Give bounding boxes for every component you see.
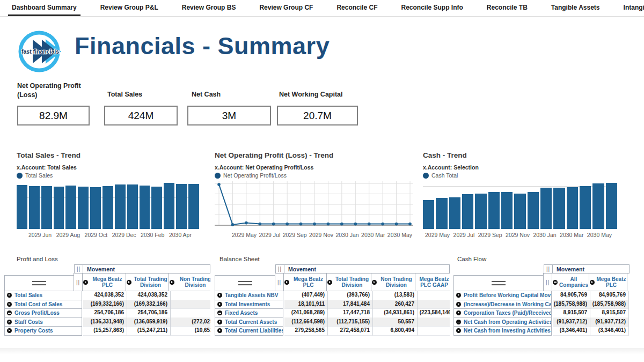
column-header-total-trading-division[interactable]: Total Trading Division xyxy=(126,273,169,291)
bar-2030-mar[interactable] xyxy=(553,188,565,229)
row-label-total-sales[interactable]: Total Sales xyxy=(14,292,42,298)
row-label-cell[interactable]: Net Cash from Operating Activities xyxy=(453,317,552,327)
bar-2029-dec[interactable] xyxy=(103,186,113,229)
bar-2029-oct[interactable] xyxy=(78,187,89,229)
tab-reconcile-tb[interactable]: Reconcile TB xyxy=(483,0,531,16)
row-label-net-cash-from-investing-activities[interactable]: Net Cash from Investing Activities xyxy=(464,328,551,334)
row-label-cell[interactable]: Staff Costs xyxy=(4,317,82,327)
row-label-total-cost-of-sales[interactable]: Total Cost of Sales xyxy=(14,301,62,307)
circle-arrow-icon[interactable] xyxy=(217,293,222,298)
circle-arrow-icon[interactable] xyxy=(456,328,461,333)
circle-arrow-icon[interactable] xyxy=(7,328,12,333)
point-2030-may[interactable] xyxy=(381,223,384,226)
bar-2029-jul[interactable] xyxy=(41,186,52,229)
point-2030-feb[interactable] xyxy=(340,223,343,226)
row-label-property-costs[interactable]: Property Costs xyxy=(14,328,53,334)
circle-arrow-icon[interactable] xyxy=(217,320,222,324)
column-drag-handle-icon[interactable]: || xyxy=(74,273,83,291)
column-group-movement[interactable]: Movement xyxy=(83,264,210,274)
circle-arrow-icon[interactable] xyxy=(7,293,12,298)
bar-2030-apr[interactable] xyxy=(567,187,578,229)
column-drag-handle-icon[interactable]: || xyxy=(275,264,284,274)
row-label-total-current-liabilities[interactable]: Total Current Liabilities xyxy=(225,328,283,334)
bar-2029-may[interactable] xyxy=(423,200,434,229)
bar-2029-jun[interactable] xyxy=(29,186,40,229)
row-label-total-current-assets[interactable]: Total Current Assets xyxy=(225,319,277,325)
column-drag-handle-icon[interactable]: || xyxy=(74,264,83,274)
bar-2029-oct[interactable] xyxy=(488,192,500,229)
bar-2030-may[interactable] xyxy=(580,186,591,229)
column-header-mega-beatz-plc[interactable]: Mega Beatz PLC xyxy=(283,273,327,291)
point-2029-sep[interactable] xyxy=(272,223,275,226)
row-header-menu[interactable] xyxy=(4,275,74,291)
row-label-net-cash-from-operating-activities[interactable]: Net Cash from Operating Activities xyxy=(464,319,552,325)
row-label-tangible-assets-nbv[interactable]: Tangible Assets NBV xyxy=(225,292,278,298)
tab-review-group-cf[interactable]: Review Group CF xyxy=(255,0,317,16)
bar-2029-jun[interactable] xyxy=(436,198,447,229)
bar-2030-jan[interactable] xyxy=(528,192,539,229)
row-label-cell[interactable]: Property Costs xyxy=(4,326,82,336)
tab-tangible-assets[interactable]: Tangible Assets xyxy=(547,0,604,16)
circle-minus-icon[interactable] xyxy=(456,320,461,324)
circle-minus-icon[interactable] xyxy=(553,280,558,285)
bar-2029-may[interactable] xyxy=(17,185,27,229)
bar-2030-jan[interactable] xyxy=(115,184,126,229)
bar-2030-mar[interactable] xyxy=(140,186,150,229)
column-header-mega-beatz-plc-gaap[interactable]: Mega Beatz PLC GAAP xyxy=(415,273,450,291)
tab-review-group-p-l[interactable]: Review Group P&L xyxy=(97,0,162,16)
row-label-cell[interactable]: (Increase)/Decrease in Working Capital xyxy=(453,300,552,309)
point-2030-jun[interactable] xyxy=(395,223,398,226)
column-header-mega-beatz-plc[interactable]: Mega Beatz PLC xyxy=(589,273,627,291)
tab-reconcile-cf[interactable]: Reconcile CF xyxy=(333,0,381,16)
row-label-cell[interactable]: Total Investments xyxy=(215,300,283,309)
point-2030-jul[interactable] xyxy=(408,223,412,226)
point-2030-jan[interactable] xyxy=(327,223,330,226)
bar-2030-feb[interactable] xyxy=(127,184,138,229)
circle-arrow-icon[interactable] xyxy=(456,311,461,315)
point-2029-jun[interactable] xyxy=(231,223,235,226)
circle-arrow-icon[interactable] xyxy=(217,328,222,333)
tab-dashboard-summary[interactable]: Dashboard Summary xyxy=(8,0,80,16)
row-label-corporation-taxes-paid-received[interactable]: Corporation Taxes (Paid)/Received xyxy=(464,310,552,316)
bar-2030-jul[interactable] xyxy=(188,184,199,229)
bar-2030-jun[interactable] xyxy=(176,184,187,229)
circle-arrow-icon[interactable] xyxy=(7,320,12,324)
row-header-menu[interactable] xyxy=(215,275,275,291)
point-2030-mar[interactable] xyxy=(354,223,357,226)
circle-arrow-icon[interactable] xyxy=(590,280,595,285)
row-header-menu[interactable] xyxy=(453,275,544,291)
circle-arrow-icon[interactable] xyxy=(372,280,377,285)
circle-arrow-icon[interactable] xyxy=(456,293,461,298)
tab-reconcile-supp-info[interactable]: Reconcile Supp Info xyxy=(397,0,466,16)
bar-2029-dec[interactable] xyxy=(514,194,525,229)
column-header-all-companies[interactable]: All Companies xyxy=(552,273,589,291)
column-header-total-trading-division[interactable]: Total Trading Division xyxy=(326,273,371,291)
circle-minus-icon[interactable] xyxy=(217,311,222,315)
bar-2029-nov[interactable] xyxy=(90,187,101,229)
bar-2030-apr[interactable] xyxy=(151,187,162,229)
column-header-mega-beatz-plc[interactable]: Mega Beatz PLC xyxy=(82,273,126,291)
row-label-cell[interactable]: Total Sales xyxy=(4,291,82,300)
row-label-cell[interactable]: Tangible Assets NBV xyxy=(215,291,283,300)
circle-arrow-icon[interactable] xyxy=(456,302,461,307)
row-label-cell[interactable]: Total Current Liabilities xyxy=(215,326,283,336)
bar-2029-sep[interactable] xyxy=(65,186,76,229)
circle-arrow-icon[interactable] xyxy=(284,280,289,285)
circle-arrow-icon[interactable] xyxy=(7,302,12,307)
bar-2030-jun[interactable] xyxy=(592,183,604,229)
row-label-cell[interactable]: Gross Profit/Loss xyxy=(4,308,82,318)
point-2030-apr[interactable] xyxy=(368,223,371,226)
point-2029-oct[interactable] xyxy=(286,223,289,226)
circle-minus-icon[interactable] xyxy=(7,311,12,315)
point-2029-dec[interactable] xyxy=(313,223,316,226)
row-label-gross-profit-loss[interactable]: Gross Profit/Loss xyxy=(14,310,60,316)
circle-arrow-icon[interactable] xyxy=(170,280,174,285)
point-2029-may[interactable] xyxy=(217,183,221,186)
circle-arrow-icon[interactable] xyxy=(217,302,222,307)
row-label-cell[interactable]: Profit Before Working Capital Movement xyxy=(453,291,552,300)
bar-2029-aug[interactable] xyxy=(54,187,64,229)
tab-intangible-assets[interactable]: Intangible Assets xyxy=(620,0,644,16)
column-drag-handle-icon[interactable]: || xyxy=(275,273,284,291)
bar-2029-aug[interactable] xyxy=(462,194,473,229)
bar-2029-nov[interactable] xyxy=(501,192,513,229)
